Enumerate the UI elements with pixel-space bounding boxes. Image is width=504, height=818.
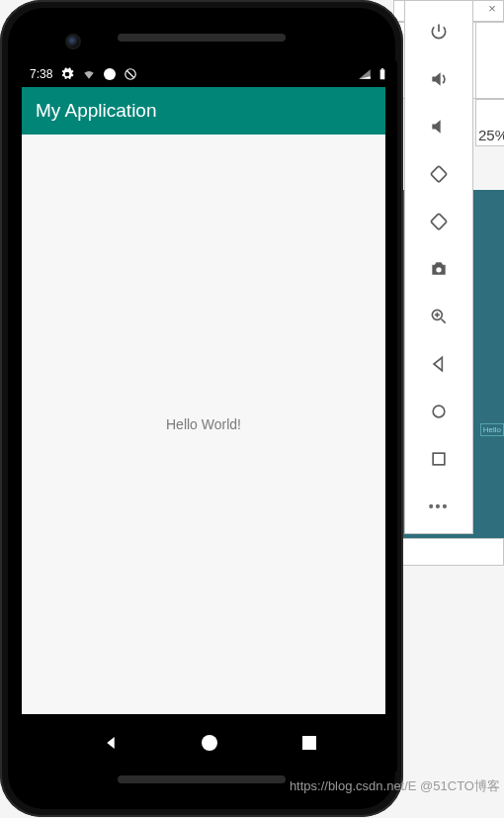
app-title: My Application [36, 100, 157, 122]
preview-label: Hello [480, 423, 504, 436]
status-time: 7:38 [30, 67, 52, 81]
signal-icon [358, 67, 372, 81]
gear-icon [60, 67, 74, 81]
svg-marker-7 [434, 357, 442, 370]
app-bar: My Application [22, 87, 385, 135]
svg-point-2 [436, 267, 441, 272]
android-nav-bar [22, 714, 397, 772]
volume-down-icon[interactable] [428, 116, 450, 137]
emulator-device-frame: 7:38 My Application Hello World! [0, 0, 403, 817]
svg-rect-13 [381, 68, 383, 69]
svg-line-11 [127, 71, 134, 78]
greeting-text: Hello World! [166, 416, 241, 432]
rotate-left-icon[interactable] [428, 163, 450, 185]
svg-rect-0 [431, 166, 447, 182]
nav-home-button[interactable] [199, 732, 220, 754]
ide-panel [393, 538, 504, 566]
nav-overview-button[interactable] [298, 732, 320, 754]
battery-icon [376, 67, 389, 81]
emulator-overview-icon[interactable] [428, 448, 450, 470]
status-dot-icon [104, 68, 116, 80]
app-content: Hello World! [22, 135, 385, 714]
emulator-home-icon[interactable] [428, 401, 450, 422]
svg-rect-9 [433, 453, 445, 465]
window-close-button[interactable]: × [482, 0, 502, 18]
zoom-label: 25% [478, 127, 504, 143]
wifi-icon [82, 67, 96, 81]
android-status-bar: 7:38 [22, 61, 397, 87]
device-bezel: 7:38 My Application Hello World! [8, 8, 395, 809]
nav-back-button[interactable] [100, 732, 122, 754]
svg-marker-14 [107, 737, 115, 749]
ide-panel [475, 22, 504, 99]
device-screen: 7:38 My Application Hello World! [22, 61, 397, 772]
speaker-grille [118, 775, 286, 783]
svg-line-4 [442, 319, 446, 323]
svg-rect-1 [431, 214, 447, 229]
emulator-toolbar: ••• [404, 0, 473, 534]
power-icon[interactable] [428, 21, 450, 43]
rotate-right-icon[interactable] [428, 211, 450, 232]
no-sim-icon [124, 67, 137, 81]
volume-up-icon[interactable] [428, 68, 450, 90]
front-camera [65, 34, 81, 49]
more-icon[interactable]: ••• [428, 496, 450, 517]
svg-point-8 [433, 406, 445, 417]
zoom-in-icon[interactable] [428, 306, 450, 327]
watermark-text: https://blog.csdn.net/E @51CTO博客 [290, 777, 500, 795]
camera-icon[interactable] [428, 258, 450, 280]
emulator-back-icon[interactable] [428, 353, 450, 375]
screen-edge [385, 87, 397, 714]
app-window: My Application Hello World! [22, 87, 385, 714]
speaker-grille [118, 34, 286, 42]
svg-rect-12 [380, 69, 385, 79]
